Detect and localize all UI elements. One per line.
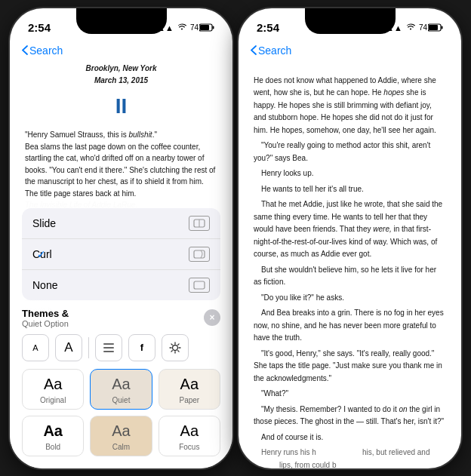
status-bar-left: 2:54 ▲▲▲ 74	[10, 8, 232, 41]
svg-line-16	[178, 350, 179, 351]
left-phone: 2:54 ▲▲▲ 74 Search Brooklyn, New YorkMar…	[10, 8, 232, 468]
svg-rect-9	[103, 347, 114, 349]
svg-rect-2	[200, 25, 209, 30]
themes-title: Themes &	[22, 308, 69, 319]
theme-focus-label: Focus	[179, 443, 199, 451]
svg-line-18	[178, 343, 179, 344]
battery-icon-right: 74	[419, 23, 443, 32]
wifi-icon	[177, 23, 187, 32]
font-controls: A A f	[22, 334, 220, 361]
transition-menu: Slide Curl ✓ None	[22, 208, 220, 300]
theme-bold[interactable]: Aa Bold	[22, 416, 84, 456]
theme-paper-label: Paper	[179, 396, 199, 404]
status-bar-right: 2:54 ▲▲▲ 74	[239, 8, 461, 41]
nav-bar-left: Search	[10, 41, 232, 63]
brightness-icon[interactable]	[162, 334, 189, 361]
theme-focus[interactable]: Aa Focus	[159, 416, 220, 456]
wifi-icon-right	[405, 23, 416, 32]
themes-subtitle: Quiet Option	[22, 319, 69, 328]
themes-title-group: Themes & Quiet Option	[22, 308, 69, 328]
font-separator	[88, 337, 89, 358]
svg-rect-8	[103, 343, 114, 345]
theme-calm-aa: Aa	[112, 422, 130, 440]
curl-checkmark: ✓	[37, 248, 46, 260]
font-serif-icon[interactable]: f	[128, 334, 155, 361]
battery-icon: 74	[190, 23, 214, 32]
theme-original-label: Original	[40, 396, 66, 404]
signal-icon: ▲▲▲	[149, 23, 174, 32]
svg-rect-7	[103, 351, 114, 352]
svg-point-10	[173, 345, 178, 350]
signal-icon-right: ▲▲▲	[377, 23, 402, 32]
themes-header: Themes & Quiet Option ×	[22, 308, 220, 328]
none-label: None	[32, 279, 57, 291]
svg-line-17	[171, 350, 172, 351]
font-type-icon[interactable]	[95, 334, 122, 361]
svg-rect-6	[194, 281, 205, 289]
status-time-left: 2:54	[28, 21, 51, 34]
book-location: Brooklyn, New YorkMarch 13, 2015	[25, 63, 217, 87]
theme-calm[interactable]: Aa Calm	[90, 416, 152, 456]
slide-label: Slide	[32, 217, 56, 229]
transition-none[interactable]: None	[22, 270, 220, 300]
theme-bold-aa: Aa	[43, 422, 63, 440]
svg-rect-20	[442, 26, 443, 29]
overlay-panel: Slide Curl ✓ None	[10, 199, 232, 468]
theme-original-aa: Aa	[44, 376, 62, 393]
right-phone: 2:54 ▲▲▲ 74 Search He does not know what…	[239, 8, 461, 468]
svg-rect-21	[429, 25, 438, 30]
theme-quiet-label: Quiet	[112, 396, 131, 404]
nav-bar-right: Search	[239, 41, 461, 63]
curl-icon	[189, 247, 210, 262]
svg-rect-5	[194, 250, 205, 258]
status-time-right: 2:54	[257, 21, 279, 34]
theme-grid: Aa Original Aa Quiet Aa Paper Aa Bold Aa	[22, 369, 220, 456]
transition-curl[interactable]: Curl ✓	[22, 239, 220, 270]
none-icon	[189, 278, 210, 293]
theme-quiet[interactable]: Aa Quiet	[90, 369, 152, 410]
svg-line-15	[171, 343, 172, 344]
theme-quiet-aa: Aa	[112, 376, 130, 393]
back-button-right[interactable]: Search	[251, 45, 291, 57]
slide-icon	[189, 216, 210, 231]
theme-calm-label: Calm	[112, 443, 130, 451]
status-icons-left: ▲▲▲ 74	[149, 23, 214, 32]
book-content-right: He does not know what happened to Addie,…	[239, 63, 461, 468]
phones-container: 2:54 ▲▲▲ 74 Search Brooklyn, New YorkMar…	[10, 8, 461, 468]
close-button[interactable]: ×	[204, 309, 220, 326]
theme-focus-aa: Aa	[180, 422, 199, 440]
theme-original[interactable]: Aa Original	[22, 369, 84, 410]
theme-paper[interactable]: Aa Paper	[159, 369, 220, 410]
theme-paper-aa: Aa	[180, 376, 199, 393]
svg-rect-1	[213, 26, 214, 29]
transition-slide[interactable]: Slide	[22, 208, 220, 239]
book-chapter: II	[25, 90, 217, 124]
font-size-small[interactable]: A	[22, 334, 49, 361]
theme-bold-label: Bold	[45, 443, 60, 451]
status-icons-right: ▲▲▲ 74	[377, 23, 443, 32]
font-size-large[interactable]: A	[55, 334, 82, 361]
back-button-left[interactable]: Search	[22, 45, 63, 57]
